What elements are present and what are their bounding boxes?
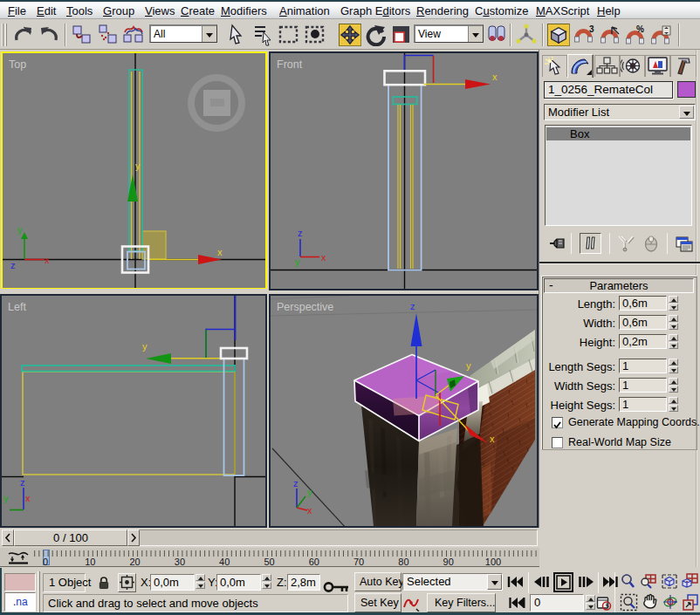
svg-text:80: 80 bbox=[398, 557, 408, 566]
svg-text:x: x bbox=[217, 247, 223, 257]
svg-text:Front: Front bbox=[277, 58, 303, 71]
svg-text:z: z bbox=[20, 477, 25, 488]
svg-text:y: y bbox=[466, 360, 471, 371]
svg-text:Perspective: Perspective bbox=[277, 301, 333, 313]
svg-text:30: 30 bbox=[175, 557, 185, 566]
svg-text:0: 0 bbox=[43, 557, 48, 566]
svg-text:z: z bbox=[298, 228, 303, 238]
svg-text:70: 70 bbox=[353, 557, 364, 566]
svg-text:40: 40 bbox=[219, 557, 230, 566]
svg-text:z: z bbox=[10, 260, 16, 270]
svg-text:Top: Top bbox=[9, 58, 26, 71]
svg-text:Left: Left bbox=[8, 301, 26, 313]
svg-text:60: 60 bbox=[309, 557, 319, 566]
svg-text:3: 3 bbox=[589, 24, 594, 34]
svg-text:y: y bbox=[295, 256, 300, 267]
svg-text:x: x bbox=[492, 72, 498, 82]
svg-text:z: z bbox=[293, 478, 299, 489]
svg-text:10: 10 bbox=[85, 557, 95, 566]
svg-text:%: % bbox=[636, 24, 644, 34]
svg-text:y: y bbox=[307, 487, 312, 497]
svg-text:x: x bbox=[25, 493, 31, 503]
svg-text:y: y bbox=[142, 341, 148, 352]
svg-text:50: 50 bbox=[264, 557, 274, 566]
svg-text:90: 90 bbox=[443, 557, 454, 566]
svg-text:x: x bbox=[490, 434, 495, 444]
svg-text:100: 100 bbox=[485, 557, 501, 566]
svg-text:y: y bbox=[3, 493, 9, 503]
svg-text:x: x bbox=[321, 252, 326, 263]
svg-text:x: x bbox=[45, 255, 50, 265]
svg-text:y: y bbox=[17, 224, 23, 235]
svg-text:y: y bbox=[135, 161, 141, 171]
svg-text:z: z bbox=[410, 301, 415, 311]
svg-text:20: 20 bbox=[129, 557, 140, 566]
svg-text:x: x bbox=[307, 505, 312, 516]
